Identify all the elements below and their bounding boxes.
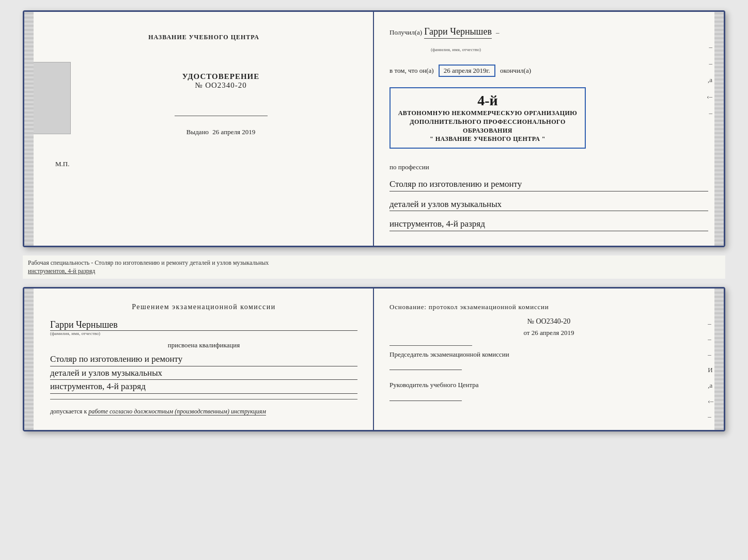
caption-text: Рабочая специальность - Столяр по изгото… <box>23 255 725 279</box>
vydano-label: Выдано <box>186 128 209 136</box>
okonchil-label: окончил(а) <box>500 67 531 74</box>
osnovanie-title: Основание: протокол экзаменационной коми… <box>389 303 708 311</box>
date-value: 26 апреля 2019г. <box>439 65 495 77</box>
bottom-right-dashes: – – – И ,а ‹– – – – – <box>708 319 713 431</box>
predsedatel-block: Председатель экзаменационной комиссии <box>389 350 708 370</box>
po-professii-label: по профессии <box>389 163 708 171</box>
prisvoena-label: присвоена квалификация <box>50 341 357 349</box>
bottom-name-block: Гарри Чернышев (фамилия, имя, отчество) <box>50 319 357 336</box>
rukovoditel-block: Руководитель учебного Центра <box>389 380 708 401</box>
bottom-left-strip <box>24 289 34 430</box>
top-document-spread: НАЗВАНИЕ УЧЕБНОГО ЦЕНТРА УДОСТОВЕРЕНИЕ №… <box>23 10 725 247</box>
dopuskaetsya-label: допускается к <box>50 408 87 415</box>
udostoverenie-number: № OO2340-20 <box>182 81 260 90</box>
rukovoditel-signature-line <box>389 401 462 401</box>
stamp-block: 4-й АВТОНОМНУЮ НЕКОММЕРЧЕСКУЮ ОРГАНИЗАЦИ… <box>389 87 586 149</box>
vtom-label: в том, что он(а) <box>389 67 434 74</box>
right-decorative-strip <box>714 12 724 246</box>
right-dashes: – – ,а ‹– – <box>707 43 712 117</box>
poluchil-line: Получил(а) Гарри Чернышев – <box>389 26 708 39</box>
udostoverenie-block: УДОСТОВЕРЕНИЕ № OO2340-20 <box>182 72 260 90</box>
udostoverenie-title: УДОСТОВЕРЕНИЕ <box>182 72 260 81</box>
caption-part1: Рабочая специальность - Столяр по изгото… <box>28 259 269 266</box>
qualification-line3-top: инструментов, 4-й разряд <box>389 217 708 231</box>
left-decorative-strip <box>24 12 34 246</box>
fio-label-top: (фамилия, имя, отчество) <box>431 47 708 52</box>
recipient-name-top: Гарри Чернышев <box>424 26 492 39</box>
bottom-left-page: Решением экзаменационной комиссии Гарри … <box>24 289 374 430</box>
predsedatel-label: Председатель экзаменационной комиссии <box>389 350 708 359</box>
top-right-page: – – ,а ‹– – Получил(а) Гарри Чернышев – … <box>374 12 724 246</box>
dopuskaetsya-value: работе согласно должностным (производств… <box>88 408 266 415</box>
protocol-number: № OO2340-20 <box>389 317 708 326</box>
stamp-line1: АВТОНОМНУЮ НЕКОММЕРЧЕСКУЮ ОРГАНИЗАЦИЮ <box>397 109 579 118</box>
poluchil-label: Получил(а) <box>389 28 422 37</box>
top-left-page: НАЗВАНИЕ УЧЕБНОГО ЦЕНТРА УДОСТОВЕРЕНИЕ №… <box>24 12 374 246</box>
bottom-recipient-name: Гарри Чернышев <box>50 319 357 331</box>
center-title: НАЗВАНИЕ УЧЕБНОГО ЦЕНТРА <box>148 34 259 41</box>
qual-line1-bottom: Столяр по изготовлению и ремонту <box>50 353 357 366</box>
vydano-date: 26 апреля 2019 <box>212 128 255 136</box>
vtom-line: в том, что он(а) 26 апреля 2019г. окончи… <box>389 65 708 77</box>
ot-date: 26 апреля 2019 <box>532 329 574 337</box>
stamp-line3: " НАЗВАНИЕ УЧЕБНОГО ЦЕНТРА " <box>397 135 579 143</box>
stamp-line2: ДОПОЛНИТЕЛЬНОГО ПРОФЕССИОНАЛЬНОГО ОБРАЗО… <box>397 118 579 135</box>
bottom-right-strip <box>714 289 724 430</box>
dopuskaetsya-block: допускается к работе согласно должностны… <box>50 408 357 415</box>
bottom-document-spread: Решением экзаменационной комиссии Гарри … <box>23 287 725 431</box>
mp-label: М.П. <box>55 160 69 168</box>
qualification-line2-top: деталей и узлов музыкальных <box>389 198 708 212</box>
stamp-number: 4-й <box>397 92 579 109</box>
ot-line: от 26 апреля 2019 <box>389 329 708 337</box>
qualification-line1-top: Столяр по изготовлению и ремонту <box>389 178 708 191</box>
ot-label: от <box>523 329 529 337</box>
bottom-right-page: – – – И ,а ‹– – – – – Основание: протоко… <box>374 289 724 430</box>
qual-line2-bottom: деталей и узлов музыкальных <box>50 366 357 380</box>
caption-part2: инструментов, 4-й разряд <box>28 267 95 275</box>
qual-line3-bottom: инструментов, 4-й разряд <box>50 380 357 394</box>
vydano-block: Выдано 26 апреля 2019 <box>186 128 255 136</box>
predsedatel-signature-line <box>389 370 462 370</box>
bottom-fio-label: (фамилия, имя, отчество) <box>50 331 357 336</box>
resheniyem-title: Решением экзаменационной комиссии <box>50 303 357 311</box>
rukovoditel-label: Руководитель учебного Центра <box>389 380 708 390</box>
